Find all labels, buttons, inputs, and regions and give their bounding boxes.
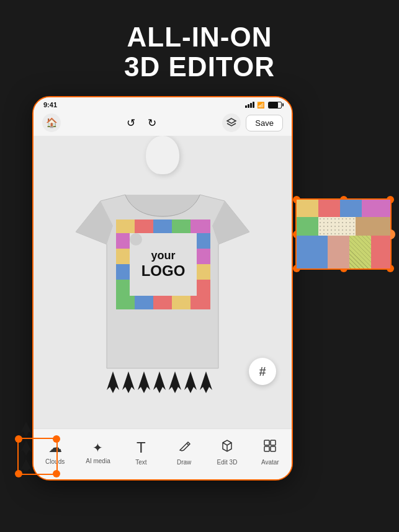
edit-3d-icon (220, 439, 234, 456)
draw-icon (177, 439, 191, 456)
redo-button[interactable]: ↻ (145, 115, 159, 130)
sel-bl-tr (53, 435, 60, 443)
layers-button[interactable] (222, 113, 241, 132)
svg-rect-0 (264, 440, 269, 445)
chain-pattern (101, 365, 225, 396)
sel-bl-br (53, 470, 60, 477)
ai-media-icon: ✦ (92, 440, 103, 455)
save-button[interactable]: Save (246, 115, 283, 131)
tool-avatar[interactable]: Avatar (253, 439, 287, 466)
bottom-toolbar: ☁ Clouds ✦ AI media T Text Draw (34, 428, 292, 479)
home-button[interactable]: 🏠 (42, 113, 61, 132)
ai-media-label: AI media (86, 458, 110, 464)
device-frame: 9:41 📶 🏠 ↺ ↻ (32, 96, 293, 481)
signal-icon (245, 102, 254, 108)
logo-patch: your LOGO (116, 219, 210, 309)
text-icon: T (137, 439, 146, 456)
hero-title: ALL-IN-ON 3D EDITOR (0, 0, 399, 94)
status-bar: 9:41 📶 (34, 97, 292, 111)
avatar-label: Avatar (261, 459, 279, 466)
status-time: 9:41 (43, 101, 57, 109)
canvas-area[interactable]: your LOGO (34, 136, 292, 433)
undo-button[interactable]: ↺ (123, 115, 138, 130)
sel-bl-tl (15, 435, 22, 443)
tool-ai-media[interactable]: ✦ AI media (81, 440, 115, 464)
tool-draw[interactable]: Draw (167, 439, 201, 466)
tool-text[interactable]: T Text (124, 439, 158, 466)
text-label: Text (135, 459, 146, 466)
avatar-icon (263, 439, 277, 456)
top-toolbar: 🏠 ↺ ↻ Save (34, 111, 292, 136)
wifi-icon: 📶 (257, 102, 264, 109)
sel-bl-bl (15, 470, 22, 477)
draw-label: Draw (177, 459, 191, 466)
svg-rect-2 (264, 446, 269, 451)
selection-box-bottom-left (17, 438, 58, 475)
logo-text: your LOGO (141, 249, 186, 279)
deco-art-right (295, 198, 392, 270)
battery-icon (268, 102, 282, 109)
svg-rect-1 (271, 440, 276, 445)
tshirt-container: your LOGO (76, 148, 249, 409)
status-icons: 📶 (245, 102, 282, 109)
svg-rect-3 (271, 446, 276, 451)
grid-button[interactable]: # (249, 358, 276, 385)
tool-edit-3d[interactable]: Edit 3D (210, 439, 244, 466)
edit-3d-label: Edit 3D (217, 459, 238, 466)
